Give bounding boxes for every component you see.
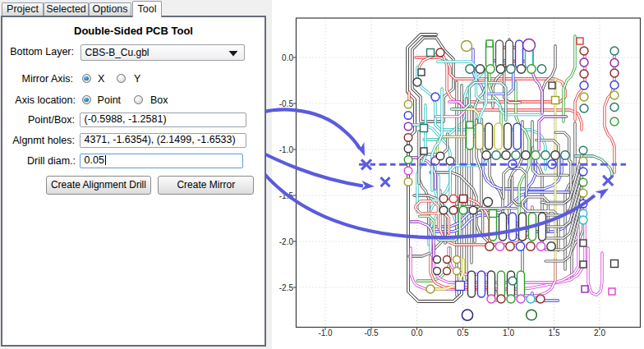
- svg-text:-2.5: -2.5: [279, 283, 294, 292]
- svg-text:2.0: 2.0: [594, 328, 605, 338]
- svg-text:0.0: 0.0: [282, 53, 293, 62]
- svg-text:0.5: 0.5: [458, 328, 469, 338]
- svg-text:-2.0: -2.0: [279, 237, 294, 246]
- svg-text:1.5: 1.5: [549, 328, 560, 338]
- svg-text:-0.5: -0.5: [279, 99, 294, 108]
- svg-text:-1.0: -1.0: [279, 145, 294, 154]
- svg-text:0.0: 0.0: [412, 328, 423, 338]
- svg-text:-0.5: -0.5: [364, 328, 379, 338]
- svg-text:1.0: 1.0: [503, 328, 514, 338]
- svg-text:-1.0: -1.0: [318, 328, 333, 338]
